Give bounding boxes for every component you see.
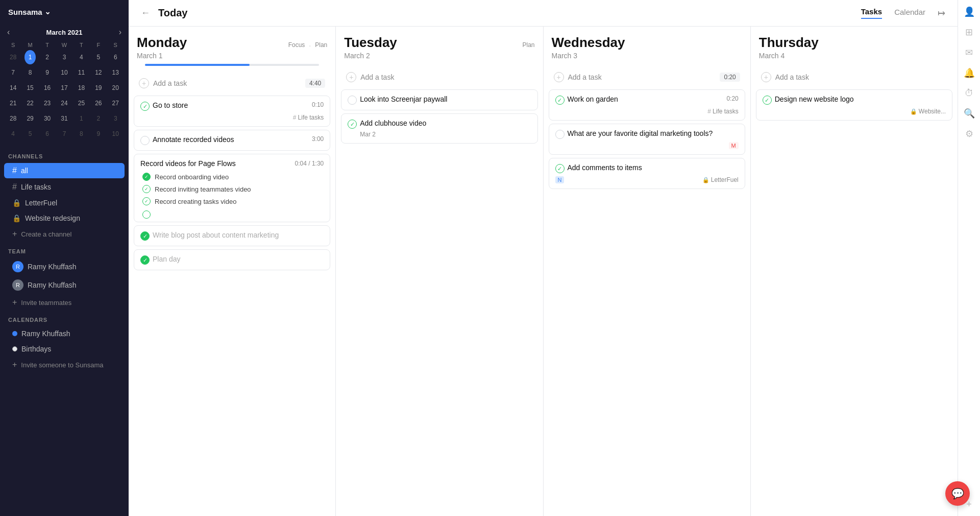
sidebar-item-website-redesign[interactable]: 🔒 Website redesign [4, 211, 125, 225]
subtask-check-empty[interactable] [142, 210, 151, 219]
cal-day[interactable]: 28 [8, 111, 19, 126]
cal-day[interactable]: 14 [8, 81, 19, 95]
cal-day-today[interactable]: 1 [24, 50, 36, 64]
plan-button-tuesday[interactable]: Plan [522, 41, 534, 49]
task-screenjar[interactable]: Look into Screenjar paywall [341, 89, 537, 110]
chat-button[interactable]: 💬 [945, 481, 970, 506]
settings-icon[interactable]: ⚙ [965, 128, 973, 139]
sidebar-item-team-member-1[interactable]: R Ramy Khuffash [4, 258, 125, 275]
cal-day[interactable]: 9 [93, 127, 104, 141]
task-record-videos[interactable]: Record videos for Page Flows 0:04 / 1:30… [134, 154, 330, 222]
tab-calendar[interactable]: Calendar [894, 8, 925, 18]
task-digital-marketing[interactable]: What are your favorite digital marketing… [549, 124, 745, 155]
cal-day[interactable]: 16 [42, 81, 53, 95]
subtask-check-onboarding[interactable] [142, 173, 151, 181]
sidebar-item-all[interactable]: # all [4, 163, 125, 178]
task-check-logo[interactable] [763, 96, 772, 105]
cal-day[interactable]: 26 [93, 96, 104, 110]
bell-icon[interactable]: 🔔 [964, 67, 975, 79]
next-month-button[interactable]: › [117, 28, 124, 37]
task-check-clubhouse[interactable] [348, 120, 357, 129]
task-check-garden[interactable] [555, 96, 565, 105]
task-check-comments[interactable] [555, 164, 565, 173]
task-check-blog[interactable] [140, 231, 150, 241]
cal-day[interactable]: 19 [93, 81, 104, 95]
task-annotate-videos[interactable]: Annotate recorded videos 3:00 [134, 130, 330, 151]
task-add-comments[interactable]: Add comments to items N 🔒 LetterFuel [549, 158, 745, 189]
task-work-on-garden[interactable]: Work on garden 0:20 #Life tasks [549, 89, 745, 121]
cal-day[interactable]: 1 [76, 111, 87, 126]
cal-day[interactable]: 22 [24, 96, 36, 110]
focus-button-monday[interactable]: Focus [288, 41, 305, 50]
task-check-plan-day[interactable] [140, 255, 150, 265]
cal-day[interactable]: 6 [110, 50, 121, 64]
cal-day[interactable]: 21 [8, 96, 19, 110]
add-task-wednesday[interactable]: + Add a task 0:20 [549, 68, 745, 86]
cal-day[interactable]: 3 [110, 111, 121, 126]
cal-day[interactable]: 18 [76, 81, 87, 95]
cal-day[interactable]: 6 [42, 127, 53, 141]
back-button[interactable]: ← [141, 8, 150, 18]
sidebar-item-letterfuel[interactable]: 🔒 LetterFuel [4, 196, 125, 210]
cal-day[interactable]: 10 [59, 65, 70, 80]
subtask-check-inviting[interactable] [142, 185, 151, 193]
subtask-creating[interactable]: Record creating tasks video [134, 195, 330, 207]
subtask-check-creating[interactable] [142, 197, 151, 205]
cal-day[interactable]: 13 [110, 65, 121, 80]
app-title[interactable]: Sunsama ⌄ [0, 0, 129, 24]
prev-month-button[interactable]: ‹ [5, 28, 12, 37]
task-go-to-store[interactable]: Go to store 0:10 #Life tasks [134, 96, 330, 127]
cal-day[interactable]: 23 [42, 96, 53, 110]
user-icon[interactable]: 👤 [964, 6, 975, 17]
plan-button-monday[interactable]: Plan [315, 41, 327, 50]
task-design-logo[interactable]: Design new website logo 🔒 Website... [756, 89, 952, 121]
cal-day[interactable]: 9 [42, 65, 53, 80]
cal-day[interactable]: 31 [59, 111, 70, 126]
cal-day[interactable]: 27 [110, 96, 121, 110]
cal-day[interactable]: 28 [8, 50, 19, 64]
sidebar-item-calendar-ramy[interactable]: Ramy Khuffash [4, 326, 125, 341]
invite-someone-button[interactable]: + Invite someone to Sunsama [4, 357, 125, 372]
task-check-screenjar[interactable] [348, 96, 357, 105]
task-plan-day[interactable]: Plan day [134, 249, 330, 270]
sidebar-item-team-member-2[interactable]: R Ramy Khuffash [4, 276, 125, 294]
cal-day[interactable]: 7 [59, 127, 70, 141]
cal-day[interactable]: 5 [93, 50, 104, 64]
grid-icon[interactable]: ⊞ [965, 27, 973, 38]
subtask-onboarding[interactable]: Record onboarding video [134, 171, 330, 183]
task-write-blog-post[interactable]: Write blog post about content marketing [134, 225, 330, 246]
subtask-inviting[interactable]: Record inviting teammates video [134, 183, 330, 195]
cal-day[interactable]: 8 [76, 127, 87, 141]
cal-day[interactable]: 20 [110, 81, 121, 95]
add-task-monday[interactable]: + Add a task 4:40 [134, 74, 330, 92]
cal-day[interactable]: 29 [24, 111, 36, 126]
task-check-annotate[interactable] [140, 136, 150, 145]
sidebar-item-life-tasks[interactable]: # Life tasks [4, 179, 125, 195]
cal-day[interactable]: 15 [24, 81, 36, 95]
sidebar-item-calendar-birthdays[interactable]: Birthdays [4, 342, 125, 356]
add-task-thursday[interactable]: + Add a task [756, 68, 952, 86]
create-channel-button[interactable]: + Create a channel [4, 226, 125, 242]
cal-day[interactable]: 12 [93, 65, 104, 80]
task-check-digital[interactable] [555, 130, 565, 139]
expand-icon[interactable]: ↦ [938, 8, 945, 19]
search-icon[interactable]: 🔍 [964, 108, 975, 119]
cal-day[interactable]: 5 [24, 127, 36, 141]
task-check-go-to-store[interactable] [140, 102, 150, 111]
cal-day[interactable]: 11 [76, 65, 87, 80]
cal-day[interactable]: 2 [42, 50, 53, 64]
invite-teammates-button[interactable]: + Invite teammates [4, 295, 125, 310]
cal-day[interactable]: 24 [59, 96, 70, 110]
cal-day[interactable]: 4 [8, 127, 19, 141]
mail-icon[interactable]: ✉ [965, 47, 973, 58]
tab-tasks[interactable]: Tasks [861, 7, 882, 19]
cal-day[interactable]: 17 [59, 81, 70, 95]
cal-day[interactable]: 8 [24, 65, 36, 80]
clock-icon[interactable]: ⏱ [965, 88, 974, 99]
add-task-tuesday[interactable]: + Add a task [341, 68, 537, 86]
task-clubhouse-video[interactable]: Add clubhouse video Mar 2 [341, 113, 537, 144]
cal-day[interactable]: 30 [42, 111, 53, 126]
cal-day[interactable]: 7 [8, 65, 19, 80]
cal-day[interactable]: 4 [76, 50, 87, 64]
cal-day[interactable]: 2 [93, 111, 104, 126]
